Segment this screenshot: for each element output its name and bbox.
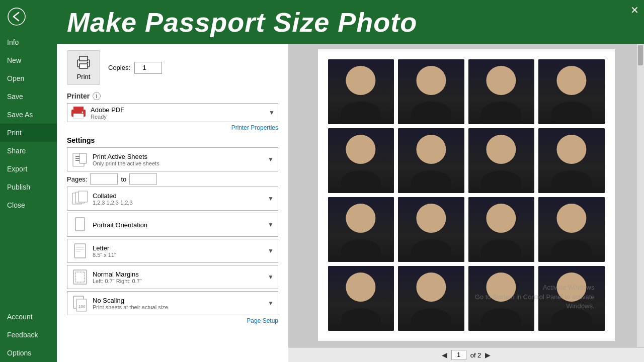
scaling-arrow: ▼ [268,300,274,307]
svg-rect-7 [73,114,84,119]
scaling-sub: Print sheets at their actual size [93,304,268,310]
passport-photo-12 [538,197,605,262]
svg-rect-12 [75,160,79,161]
svg-rect-17 [75,218,85,231]
setting-letter-text: Letter 8.5" x 11" [93,244,268,258]
sidebar-item-export[interactable]: Export [0,160,57,178]
settings-panel: Print Copies: Printer i [57,44,288,362]
letter-sub: 8.5" x 11" [93,252,268,258]
collated-main: Collated [93,192,268,200]
passport-photo-8 [538,128,605,193]
sidebar-item-new[interactable]: New [0,51,57,69]
svg-rect-16 [78,191,88,202]
setting-scaling[interactable]: 100 No Scaling Print sheets at their act… [67,291,278,315]
print-active-sheets-icon [71,151,89,168]
watermark: Activate Windows Go to System in Control… [475,283,595,311]
page-navigation: ◀ of 2 ▶ [288,347,644,362]
sidebar-item-info[interactable]: Info [0,33,57,51]
watermark-line3: Windows. [475,302,595,311]
setting-main-text: Print Active Sheets [93,153,268,160]
setting-scaling-text: No Scaling Print sheets at their actual … [93,297,268,310]
watermark-line2: Go to System in Control Panel to activat… [475,293,595,302]
sidebar-item-close[interactable]: Close [0,196,57,214]
svg-rect-18 [74,244,86,258]
passport-photo-7 [468,128,535,193]
passport-photo-5 [328,128,394,193]
print-header: Print Copies: [67,50,278,85]
passport-photo-3 [468,59,535,124]
page-setup-link[interactable]: Page Setup [67,317,278,324]
svg-rect-6 [73,107,84,111]
pages-to-input[interactable] [129,173,157,185]
printer-properties-link[interactable]: Printer Properties [67,124,278,131]
passport-photo-6 [398,128,464,193]
sidebar-item-publish[interactable]: Publish [0,178,57,196]
copies-section: Copies: [108,62,162,74]
margins-sub: Left: 0.7" Right: 0.7" [93,278,268,284]
info-icon[interactable]: i [93,92,101,100]
setting-collated[interactable]: Collated 1,2,3 1,2,3 1,2,3 ▼ [67,187,278,211]
pages-to-label: to [121,175,126,183]
settings-label: Settings [67,136,278,144]
margins-main: Normal Margins [93,270,268,278]
sidebar-item-account[interactable]: Account [0,308,57,326]
vertical-scrollbar[interactable] [637,44,644,347]
setting-margins-text: Normal Margins Left: 0.7" Right: 0.7" [93,270,268,284]
sidebar-item-open[interactable]: Open [0,69,57,87]
passport-photo-2 [398,59,464,124]
next-page-button[interactable]: ▶ [485,351,491,359]
svg-text:100: 100 [78,304,86,309]
copies-label: Copies: [108,64,130,71]
sidebar-item-options[interactable]: Options [0,344,57,362]
setting-portrait-text: Portrait Orientation [93,221,268,229]
setting-portrait[interactable]: Portrait Orientation ▼ [67,213,278,237]
margins-icon [71,268,89,286]
page-number-input[interactable] [451,350,466,360]
svg-point-8 [82,112,84,113]
printer-dropdown-arrow: ▼ [269,109,275,116]
setting-letter[interactable]: Letter 8.5" x 11" ▼ [67,239,278,263]
portrait-main: Portrait Orientation [93,221,268,229]
setting-sub-text: Only print the active sheets [93,160,268,166]
sidebar-item-print[interactable]: Print [0,124,57,142]
total-pages-label: of 2 [470,351,481,359]
collated-arrow: ▼ [268,195,274,202]
watermark-line1: Activate Windows [475,283,595,292]
svg-point-0 [8,8,25,25]
prev-page-button[interactable]: ◀ [442,351,447,359]
sidebar-item-share[interactable]: Share [0,142,57,160]
page-preview: Activate Windows Go to System in Control… [318,49,615,341]
print-button[interactable]: Print [67,50,100,85]
passport-photo-9 [328,197,394,262]
printer-select[interactable]: Adobe PDF Ready ▼ [67,103,278,122]
copies-input[interactable] [134,62,162,74]
pages-row: Pages: to [67,173,278,185]
sidebar-item-save-as[interactable]: Save As [0,106,57,124]
passport-photo-11 [468,197,535,262]
sidebar: Info New Open Save Save As Print Share E… [0,0,57,362]
scaling-icon: 100 [71,295,89,312]
svg-rect-3 [79,64,88,68]
setting-margins[interactable]: Normal Margins Left: 0.7" Right: 0.7" ▼ [67,265,278,289]
banner: Make Passport Size Photo ✕ [57,0,644,44]
printer-section-title: Printer i [67,92,278,100]
setting-print-active-sheets[interactable]: Print Active Sheets Only print the activ… [67,147,278,171]
svg-rect-13 [79,153,87,163]
scaling-main: No Scaling [93,297,268,304]
portrait-icon [71,216,89,233]
print-panel: Print Copies: Printer i [57,44,644,362]
back-button[interactable] [4,4,29,29]
passport-photo-1 [328,59,394,124]
svg-point-4 [87,62,89,63]
passport-photo-13 [328,266,394,331]
pages-from-input[interactable] [90,173,118,185]
margins-arrow: ▼ [268,274,274,281]
close-button[interactable]: ✕ [630,4,639,16]
svg-rect-2 [79,56,88,61]
setting-print-active-sheets-text: Print Active Sheets Only print the activ… [93,153,268,166]
sidebar-item-feedback[interactable]: Feedback [0,326,57,344]
preview-area: Activate Windows Go to System in Control… [288,44,644,362]
letter-icon [71,242,89,259]
sidebar-item-save[interactable]: Save [0,87,57,106]
scrollbar-thumb[interactable] [638,45,643,65]
